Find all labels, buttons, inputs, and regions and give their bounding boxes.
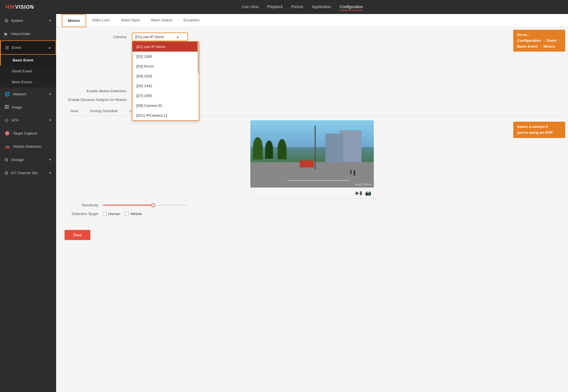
snapshot-button[interactable]: 📷 — [365, 190, 371, 196]
sidebar-item-network-label: Network — [13, 92, 26, 96]
logo-white-part: VISION — [15, 4, 34, 10]
event-sub-menu: Basic Event Smart Event More Events — [0, 55, 56, 87]
dropdown-option-d2[interactable]: [D2] 2385 — [132, 52, 199, 61]
sidebar-item-video-audio[interactable]: ▶ Video/Audio — [0, 27, 56, 40]
slider-thumb[interactable] — [151, 203, 155, 207]
tab-motion[interactable]: Motion — [62, 14, 86, 27]
tree-mid — [265, 140, 273, 159]
vehicle-checkbox[interactable] — [125, 212, 129, 216]
vca-icon: ◎ — [4, 117, 8, 123]
sidebar-item-iot-label: IoT Channel Set... — [11, 171, 40, 175]
sensitivity-label: Sensitivity — [65, 203, 98, 207]
dropdown-option-d3[interactable]: [D3] Porch — [132, 61, 199, 71]
sensitivity-slider[interactable] — [103, 205, 187, 206]
tree-mid2 — [278, 139, 287, 159]
sidebar-item-iot[interactable]: ⊞ IoT Channel Set... ▼ — [0, 166, 56, 179]
sidebar-item-system-label: System — [11, 19, 23, 23]
chevron-up-select-icon: ▲ — [176, 35, 179, 38]
sidebar-item-event[interactable]: ⊞ Event ▲ — [0, 40, 56, 55]
sub-nav-tabs: Motion Video Loss Alarm Input Alarm Outp… — [56, 14, 568, 27]
dropdown-option-d1[interactable]: [D1] use-IP Demo — [132, 42, 199, 52]
sidebar-item-network[interactable]: 🌐 Network ▼ — [0, 87, 56, 101]
chevron-vca-icon: ▼ — [49, 119, 52, 122]
human-checkbox[interactable] — [103, 212, 107, 216]
sidebar-item-image[interactable]: 🖼 Image — [0, 101, 56, 114]
dropdown-option-d4[interactable]: [D4] 2532 — [132, 71, 199, 81]
sensitivity-row: Sensitivity — [65, 203, 560, 207]
nav-application[interactable]: Application — [312, 3, 331, 11]
chevron-iot-icon: ▼ — [49, 171, 52, 174]
vehicle-label: Vehicle — [130, 212, 142, 216]
video-record-button[interactable]: ▶▮ — [356, 190, 362, 196]
chevron-up-icon: ▲ — [48, 46, 51, 49]
iot-icon: ⊞ — [4, 170, 8, 176]
dropdown-option-d9[interactable]: [D9] Camera 01 — [132, 101, 199, 110]
storage-icon: ⊞ — [4, 157, 8, 162]
target-icon: 🎯 — [4, 131, 10, 136]
system-icon: ⊞ — [4, 18, 8, 23]
tab-alarm-output[interactable]: Alarm Output — [145, 14, 178, 27]
camera-label: Camera — [65, 35, 126, 39]
tab-video-loss[interactable]: Video Loss — [86, 14, 115, 27]
main-content: Motion Video Loss Alarm Input Alarm Outp… — [56, 14, 568, 392]
sidebar-item-event-label: Event — [12, 45, 21, 50]
dropdown-option-d11[interactable]: [D11] IPCamera 11 — [132, 110, 199, 120]
human-label: Human — [108, 212, 120, 216]
sidebar-item-vehicle-label: Vehicle Detection — [13, 144, 41, 149]
nav-playback[interactable]: Playback — [267, 3, 283, 11]
nav-live-view[interactable]: Live View — [242, 3, 259, 11]
dropdown-scrollbar — [198, 42, 199, 73]
camera-select-button[interactable]: [D1] use-IP Demo ▲ — [132, 33, 188, 41]
preview-container: use-IP Demo ▶▮ 📷 — [65, 120, 560, 199]
annotation-line3: Basic Event → Motion — [517, 44, 556, 49]
sidebar-item-vehicle-detection[interactable]: 🚗 Vehicle Detection — [0, 140, 56, 153]
sidebar-item-image-label: Image — [12, 105, 22, 109]
sidebar-item-video-label: Video/Audio — [11, 32, 30, 36]
enable-motion-label: Enable Motion Detection — [65, 89, 126, 93]
event-icon: ⊞ — [5, 45, 9, 50]
tab-arming-schedule[interactable]: Arming Schedule — [84, 106, 123, 116]
detection-target-label: Detection Target — [65, 212, 98, 216]
sidebar-item-vca-label: VCA — [11, 118, 19, 122]
sidebar-sub-basic-event[interactable]: Basic Event — [0, 55, 56, 66]
dropdown-option-d5[interactable]: [D5] 2442 — [132, 81, 199, 91]
sidebar-item-system[interactable]: ⊞ System ▼ — [0, 14, 56, 27]
tab-exception[interactable]: Exception — [178, 14, 205, 27]
tab-alarm-input[interactable]: Alarm Input — [115, 14, 145, 27]
sidebar-item-storage-label: Storage — [11, 158, 24, 162]
tab-area[interactable]: Area — [65, 106, 84, 116]
sidebar: ⊞ System ▼ ▶ Video/Audio ⊞ Event ▲ Basic… — [0, 14, 56, 392]
camera-selected-value: [D1] use-IP Demo — [135, 35, 164, 39]
camera-watermark: use-IP Demo — [355, 183, 372, 186]
dropdown-option-d7[interactable]: [D7] 2455 — [132, 91, 199, 101]
lamp-pole — [315, 126, 316, 169]
detection-options: Human Vehicle — [103, 212, 142, 216]
red-car — [300, 160, 314, 167]
slider-track — [103, 205, 187, 206]
save-button[interactable]: Save — [65, 230, 90, 240]
top-navigation: HIKVISION Live View Playback Picture App… — [0, 0, 568, 14]
content-area: Camera [D1] use-IP Demo ▲ [D1] use-IP De… — [56, 27, 568, 246]
sidebar-item-storage[interactable]: ⊞ Storage ▼ — [0, 153, 56, 166]
tree-left — [253, 137, 263, 160]
person2 — [350, 169, 352, 174]
sidebar-sub-smart-event[interactable]: Smart Event — [0, 66, 56, 77]
nav-picture[interactable]: Picture — [291, 3, 304, 11]
chevron-down-icon: ▼ — [49, 19, 52, 22]
sidebar-item-target-capture[interactable]: 🎯 Target Capture — [0, 127, 56, 140]
detection-target-row: Detection Target Human Vehicle — [65, 212, 560, 216]
detection-vehicle-option: Vehicle — [125, 212, 142, 216]
preview-controls: ▶▮ 📷 — [250, 188, 374, 199]
sidebar-sub-more-events[interactable]: More Events — [0, 77, 56, 87]
chevron-network-icon: ▼ — [49, 93, 52, 96]
image-icon: 🖼 — [4, 105, 9, 110]
camera-row: Camera [D1] use-IP Demo ▲ [D1] use-IP De… — [65, 33, 560, 41]
sidebar-item-target-label: Target Capture — [13, 131, 37, 135]
network-icon: 🌐 — [4, 91, 10, 97]
save-button-container: Save — [65, 224, 560, 240]
camera-preview: use-IP Demo — [250, 120, 374, 188]
sidebar-item-vca[interactable]: ◎ VCA ▼ — [0, 114, 56, 127]
enable-dynamic-label: Enable Dynamic Analysis for Motion — [65, 98, 126, 102]
camera-preview-inner — [250, 120, 374, 188]
nav-configuration[interactable]: Configuration — [340, 3, 363, 11]
